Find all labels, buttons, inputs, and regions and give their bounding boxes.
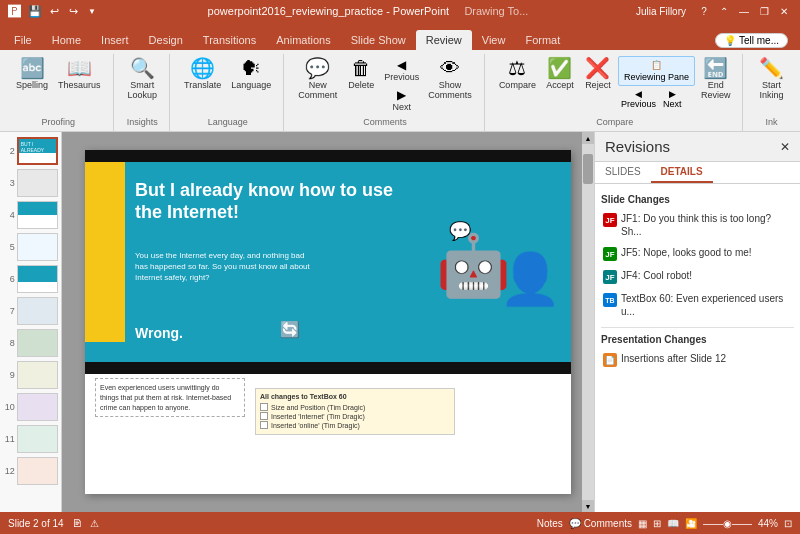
slide-black-bar-mid bbox=[85, 362, 571, 374]
tab-format[interactable]: Format bbox=[515, 30, 570, 50]
slide-thumb-8[interactable]: 8 bbox=[2, 328, 59, 358]
tell-me-box[interactable]: 💡 Tell me... bbox=[715, 33, 788, 48]
slide-img-8 bbox=[17, 329, 58, 357]
slide-thumb-11[interactable]: 11 bbox=[2, 424, 59, 454]
undo-btn[interactable]: ↩ bbox=[46, 3, 62, 19]
slide-thumb-6[interactable]: 6 bbox=[2, 264, 59, 294]
redo-btn[interactable]: ↪ bbox=[65, 3, 81, 19]
scroll-thumb[interactable] bbox=[583, 154, 593, 184]
slide-person-image: 👤 bbox=[499, 250, 561, 308]
reject-btn[interactable]: ❌ Reject bbox=[580, 56, 616, 92]
view-presenter-btn[interactable]: 🎦 bbox=[685, 518, 697, 529]
scroll-up-btn[interactable]: ▲ bbox=[582, 132, 594, 144]
revisions-body: Slide Changes JF JF1: Do you think this … bbox=[595, 184, 800, 512]
rev-item-2[interactable]: JF JF5: Nope, looks good to me! bbox=[601, 243, 794, 264]
slide-thumb-10[interactable]: 10 bbox=[2, 392, 59, 422]
rev-icon-3: JF bbox=[603, 270, 617, 284]
comments-previous-btn[interactable]: ◀ Previous bbox=[381, 56, 422, 84]
tab-transitions[interactable]: Transitions bbox=[193, 30, 266, 50]
language-btn[interactable]: 🗣 Language bbox=[227, 56, 275, 92]
ribbon-toggle-btn[interactable]: ⌃ bbox=[716, 3, 732, 19]
anno-text-1: Size and Position (Tim Dragic) bbox=[271, 404, 365, 411]
reviewing-pane-btn[interactable]: 📋 Reviewing Pane bbox=[618, 56, 695, 86]
main-area: 2 BUT I ALREADY 3 4 5 6 7 8 bbox=[0, 132, 800, 512]
view-normal-btn[interactable]: ▦ bbox=[638, 518, 647, 529]
start-inking-btn[interactable]: ✏️ StartInking bbox=[753, 56, 789, 102]
rev-item-4[interactable]: TB TextBox 60: Even experienced users u.… bbox=[601, 289, 794, 321]
inking-icon: ✏️ bbox=[759, 58, 784, 78]
rev-item-1[interactable]: JF JF1: Do you think this is too long? S… bbox=[601, 209, 794, 241]
slide-annotation-box[interactable]: All changes to TextBox 60 Size and Posit… bbox=[255, 388, 455, 435]
rev-text-4: TextBox 60: Even experienced users u... bbox=[621, 292, 792, 318]
revisions-close-btn[interactable]: ✕ bbox=[780, 140, 790, 154]
delete-comment-btn[interactable]: 🗑 Delete bbox=[343, 56, 379, 92]
compare-next-btn[interactable]: ▶ Next bbox=[660, 87, 685, 111]
slide-thumb-3[interactable]: 3 bbox=[2, 168, 59, 198]
tab-insert[interactable]: Insert bbox=[91, 30, 139, 50]
slide-thumb-2[interactable]: 2 BUT I ALREADY bbox=[2, 136, 59, 166]
anno-checkbox-3[interactable] bbox=[260, 421, 268, 429]
slide-body-textbox[interactable]: Even experienced users unwittingly do th… bbox=[95, 378, 245, 417]
thesaurus-btn[interactable]: 📖 Thesaurus bbox=[54, 56, 105, 92]
rev-tab-details[interactable]: DETAILS bbox=[651, 162, 713, 183]
rev-icon-2: JF bbox=[603, 247, 617, 261]
proofing-group-label: Proofing bbox=[4, 117, 113, 127]
slide-black-bar-top bbox=[85, 150, 571, 162]
scroll-down-btn[interactable]: ▼ bbox=[582, 500, 594, 512]
zoom-slider[interactable]: ——◉—— bbox=[703, 518, 752, 529]
notes-btn[interactable]: Notes bbox=[537, 518, 563, 529]
slide-img-3 bbox=[17, 169, 58, 197]
slide-thumb-12[interactable]: 12 bbox=[2, 456, 59, 486]
slide-canvas[interactable]: But I already know how to use the Intern… bbox=[85, 150, 571, 494]
view-reading-btn[interactable]: 📖 bbox=[667, 518, 679, 529]
help-btn[interactable]: ? bbox=[696, 3, 712, 19]
slide-thumb-9[interactable]: 9 bbox=[2, 360, 59, 390]
slide-thumb-5[interactable]: 5 bbox=[2, 232, 59, 262]
comments-group-label: Comments bbox=[286, 117, 484, 127]
slide-img-9 bbox=[17, 361, 58, 389]
smart-lookup-btn[interactable]: 🔍 SmartLookup bbox=[124, 56, 162, 102]
compare-btn[interactable]: ⚖ Compare bbox=[495, 56, 540, 92]
slide-thumb-7[interactable]: 7 bbox=[2, 296, 59, 326]
show-comments-btn[interactable]: 👁 ShowComments bbox=[424, 56, 476, 102]
spelling-btn[interactable]: 🔤 Spelling bbox=[12, 56, 52, 92]
customize-btn[interactable]: ▼ bbox=[84, 3, 100, 19]
slide-num-10: 10 bbox=[3, 402, 15, 412]
restore-btn[interactable]: ❐ bbox=[756, 3, 772, 19]
tab-file[interactable]: File bbox=[4, 30, 42, 50]
new-comment-label: NewComment bbox=[298, 80, 337, 100]
tab-review[interactable]: Review bbox=[416, 30, 472, 50]
accept-btn[interactable]: ✅ Accept bbox=[542, 56, 578, 92]
slide-refresh-icon: 🔄 bbox=[280, 320, 300, 339]
rev-item-3[interactable]: JF JF4: Cool robot! bbox=[601, 266, 794, 287]
tab-home[interactable]: Home bbox=[42, 30, 91, 50]
new-comment-btn[interactable]: 💬 NewComment bbox=[294, 56, 341, 102]
minimize-btn[interactable]: — bbox=[736, 3, 752, 19]
anno-checkbox-1[interactable] bbox=[260, 403, 268, 411]
view-slide-sorter-btn[interactable]: ⊞ bbox=[653, 518, 661, 529]
comments-btn[interactable]: 💬 Comments bbox=[569, 518, 632, 529]
ribbon-group-insights: 🔍 SmartLookup Insights bbox=[116, 54, 171, 131]
close-btn[interactable]: ✕ bbox=[776, 3, 792, 19]
compare-previous-btn[interactable]: ◀ Previous bbox=[618, 87, 659, 111]
translate-btn[interactable]: 🌐 Translate bbox=[180, 56, 225, 92]
tab-view[interactable]: View bbox=[472, 30, 516, 50]
tab-slideshow[interactable]: Slide Show bbox=[341, 30, 416, 50]
end-review-btn[interactable]: 🔚 EndReview bbox=[697, 56, 735, 102]
tab-design[interactable]: Design bbox=[139, 30, 193, 50]
anno-text-2: Inserted 'Internet' (Tim Dragic) bbox=[271, 413, 365, 420]
save-btn[interactable]: 💾 bbox=[27, 3, 43, 19]
comments-next-btn[interactable]: ▶ Next bbox=[381, 86, 422, 114]
slide-yellow-block bbox=[85, 162, 125, 342]
tab-animations[interactable]: Animations bbox=[266, 30, 340, 50]
rev-item-5[interactable]: 📄 Insertions after Slide 12 bbox=[601, 349, 794, 370]
slide-thumb-4[interactable]: 4 bbox=[2, 200, 59, 230]
slide-num-3: 3 bbox=[3, 178, 15, 188]
slide-img-11 bbox=[17, 425, 58, 453]
status-left: Slide 2 of 14 🖹 ⚠ bbox=[8, 518, 99, 529]
vertical-scrollbar[interactable]: ▲ ▼ bbox=[582, 132, 594, 512]
fit-btn[interactable]: ⊡ bbox=[784, 518, 792, 529]
anno-checkbox-2[interactable] bbox=[260, 412, 268, 420]
rev-tab-slides[interactable]: SLIDES bbox=[595, 162, 651, 183]
slide-panel: 2 BUT I ALREADY 3 4 5 6 7 8 bbox=[0, 132, 62, 512]
